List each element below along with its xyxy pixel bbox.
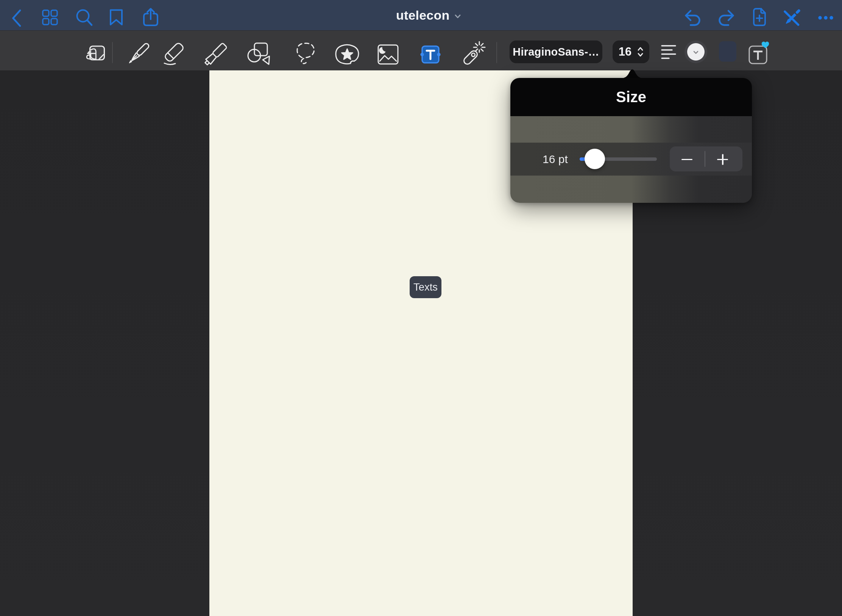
- toolbar-divider: [496, 42, 497, 63]
- popover-title: Size: [510, 78, 752, 116]
- plus-icon-vbar[interactable]: [722, 154, 723, 165]
- tool-bar: HiraginoSans-… 16: [0, 30, 842, 70]
- laser-tool-icon[interactable]: [461, 41, 487, 66]
- text-color-button[interactable]: [685, 40, 707, 63]
- dimmed-button[interactable]: [719, 41, 736, 62]
- navigation-bar: utelecon: [0, 0, 842, 30]
- text-object[interactable]: Texts: [410, 276, 441, 298]
- stylus-disable-icon[interactable]: [783, 9, 801, 26]
- shapes-tool-icon[interactable]: [246, 42, 271, 65]
- bookmark-icon[interactable]: [109, 9, 123, 26]
- text-align-icon[interactable]: [661, 45, 676, 59]
- image-tool-icon[interactable]: [377, 44, 399, 65]
- text-tool-icon[interactable]: [419, 43, 442, 66]
- more-icon[interactable]: [818, 16, 834, 20]
- share-icon[interactable]: [142, 8, 159, 26]
- size-slider-row: 16 pt: [510, 143, 752, 176]
- redo-icon[interactable]: [717, 10, 734, 27]
- add-page-icon[interactable]: [752, 8, 767, 26]
- search-icon[interactable]: [75, 8, 93, 26]
- eraser-tool-icon[interactable]: [161, 38, 190, 68]
- stepper-chevrons-icon: [638, 46, 643, 58]
- popover-arrow: [621, 68, 644, 78]
- lasso-tool-icon[interactable]: [295, 40, 317, 65]
- pen-tool-icon[interactable]: [126, 40, 154, 69]
- toolbar-divider: [112, 42, 113, 63]
- swatch-chevron-icon: [693, 51, 699, 54]
- size-popover: Size 16 pt: [510, 78, 752, 203]
- title-chevron-icon: [455, 14, 461, 19]
- size-value-label: 16 pt: [543, 143, 568, 176]
- size-slider-thumb[interactable]: [585, 149, 605, 169]
- thumbnails-icon[interactable]: [42, 9, 58, 25]
- font-size-stepper[interactable]: 16: [613, 40, 649, 63]
- popover-row: [510, 116, 752, 143]
- popover-row: [510, 176, 752, 203]
- text-style-favorite-icon[interactable]: [746, 40, 771, 66]
- back-icon[interactable]: [11, 9, 22, 27]
- stepper-separator: [705, 151, 705, 167]
- size-stepper: [670, 146, 742, 171]
- undo-icon[interactable]: [685, 10, 702, 27]
- notebook-title[interactable]: utelecon: [396, 0, 461, 30]
- stickers-tool-icon[interactable]: [335, 44, 360, 65]
- read-only-mode-icon[interactable]: [86, 45, 107, 62]
- highlighter-tool-icon[interactable]: [204, 41, 232, 70]
- minus-icon[interactable]: [681, 159, 692, 160]
- font-button[interactable]: HiraginoSans-…: [510, 40, 602, 63]
